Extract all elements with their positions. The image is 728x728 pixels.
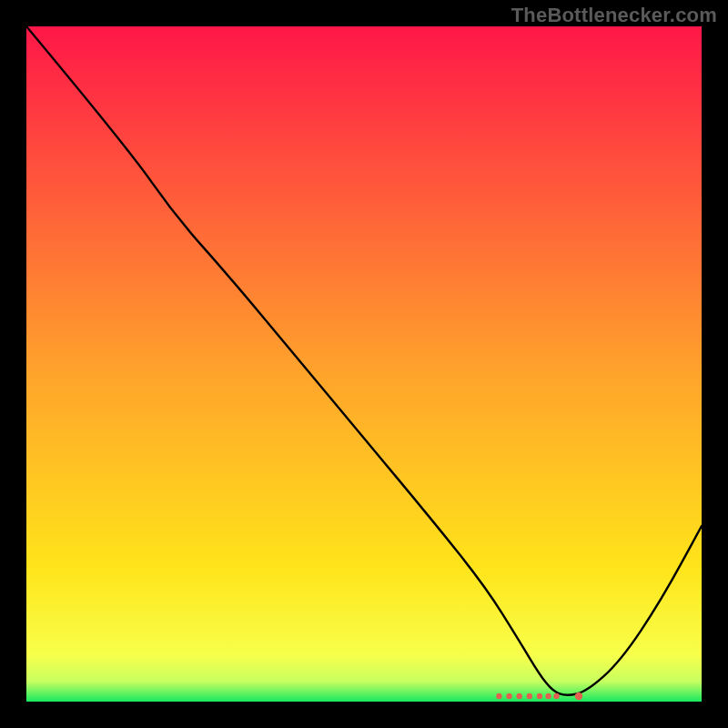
curve-marker <box>553 693 559 699</box>
curve-marker <box>496 693 501 699</box>
curve-marker <box>545 693 551 699</box>
curve-marker <box>527 693 532 699</box>
chart-stage: TheBottlenecker.com <box>0 0 728 728</box>
gradient-background <box>26 26 702 702</box>
attribution-label: TheBottlenecker.com <box>511 4 717 27</box>
curve-marker <box>537 693 542 699</box>
plot-area <box>26 26 702 702</box>
chart-svg <box>26 26 702 702</box>
curve-marker <box>516 693 521 699</box>
curve-marker <box>506 693 511 699</box>
curve-marker <box>575 693 582 700</box>
